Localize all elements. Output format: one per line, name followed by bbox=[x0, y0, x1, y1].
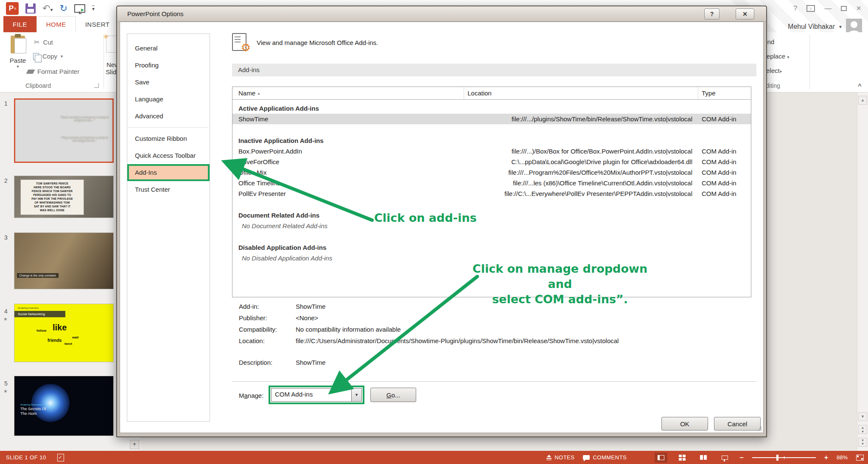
normal-view-button[interactable] bbox=[655, 453, 667, 463]
close-icon[interactable]: × bbox=[856, 3, 861, 13]
nav-proofing[interactable]: Proofing bbox=[127, 57, 210, 74]
undo-button[interactable]: ↶▾ bbox=[42, 4, 53, 13]
zoom-slider-handle[interactable] bbox=[776, 455, 778, 461]
table-row-pollev[interactable]: PollEv Presenter file://C:\...Everywhere… bbox=[232, 188, 751, 199]
slide-3-thumbnail[interactable]: Change is the only constant. bbox=[14, 232, 114, 289]
next-slide-button[interactable]: ▼▼ bbox=[858, 438, 867, 447]
add-ins-page-description: View and manage Microsoft Office Add-ins… bbox=[257, 39, 378, 46]
previous-slide-button[interactable]: ▲▲ bbox=[858, 425, 867, 434]
comments-toggle[interactable]: COMMENTS bbox=[583, 454, 627, 461]
add-ins-page: View and manage Microsoft Office Add-ins… bbox=[215, 27, 763, 431]
user-name: Mehul Vibhakar bbox=[788, 23, 835, 31]
undo-dropdown-icon[interactable]: ▾ bbox=[50, 7, 53, 13]
notes-icon bbox=[546, 455, 552, 460]
dialog-title-bar[interactable]: PowerPoint Options bbox=[117, 6, 766, 22]
user-dropdown-icon[interactable]: ▾ bbox=[839, 24, 842, 30]
slide-5-atom-graphic bbox=[31, 384, 70, 422]
nav-advanced[interactable]: Advanced bbox=[127, 108, 210, 125]
spell-check-icon[interactable] bbox=[57, 454, 64, 461]
status-bar: SLIDE 1 OF 10 NOTES COMMENTS − + 88% bbox=[0, 451, 868, 464]
slide-4-badge: Amazing Invention bbox=[18, 307, 39, 309]
group-header-disabled: Disabled Application Add-ins bbox=[232, 242, 751, 253]
format-painter-button[interactable]: Format Painter bbox=[27, 68, 79, 75]
slide-2-thumbnail[interactable]: TOM SAWYERS FENCEHERE STOOD THE BOARD FE… bbox=[14, 176, 114, 218]
scroll-down-icon[interactable]: ▼ bbox=[858, 412, 867, 421]
zoom-slider[interactable] bbox=[752, 457, 816, 458]
cut-label: Cut bbox=[43, 39, 53, 46]
paste-button[interactable]: Paste ▾ bbox=[7, 36, 29, 86]
slide-2-sign: TOM SAWYERS FENCEHERE STOOD THE BOARD FE… bbox=[20, 179, 84, 215]
column-type[interactable]: Type bbox=[698, 87, 751, 99]
slide-5-title: The Secrets Of The Atom bbox=[20, 407, 46, 416]
copy-button[interactable]: Copy ▾ bbox=[33, 53, 63, 60]
copy-dropdown-icon[interactable]: ▾ bbox=[61, 54, 63, 59]
paste-dropdown-icon[interactable]: ▾ bbox=[7, 64, 29, 69]
table-row-driveforoffice[interactable]: DriveForOffice C:\...ppData\Local\Google… bbox=[232, 157, 751, 167]
nav-language[interactable]: Language bbox=[127, 91, 210, 108]
nav-add-ins[interactable]: Add-Ins bbox=[127, 164, 210, 181]
chevron-down-icon: ▼ bbox=[355, 393, 358, 397]
redo-button[interactable]: ↻ bbox=[59, 4, 67, 13]
slideshow-view-button[interactable] bbox=[718, 453, 731, 463]
cancel-button[interactable]: Cancel bbox=[714, 417, 761, 430]
thumbnails-scroll-down-icon[interactable]: ▼ bbox=[130, 440, 139, 449]
dialog-close-button[interactable]: × bbox=[736, 8, 754, 20]
detail-publisher: Publisher:<None> bbox=[239, 314, 318, 321]
clipboard-group-label: Clipboard bbox=[25, 82, 51, 89]
cut-button[interactable]: ✂ Cut bbox=[34, 38, 53, 46]
collapse-ribbon-icon[interactable]: ^ bbox=[858, 82, 862, 89]
nav-save[interactable]: Save bbox=[127, 74, 210, 91]
reading-view-button[interactable] bbox=[697, 453, 710, 463]
ribbon-display-options-icon[interactable]: ↑ bbox=[806, 5, 815, 12]
minimize-icon[interactable]: — bbox=[824, 4, 832, 13]
nav-trust-center[interactable]: Trust Center bbox=[127, 181, 210, 198]
column-name[interactable]: Name▲ bbox=[232, 87, 464, 99]
slide-1-quote-1: "Work consists of whatever a body is obl… bbox=[59, 116, 110, 122]
select-dropdown-icon[interactable]: ▾ bbox=[780, 69, 782, 74]
resize-grip[interactable] bbox=[757, 426, 762, 431]
dialog-help-button[interactable]: ? bbox=[704, 8, 720, 20]
replace-dropdown-icon[interactable]: ▾ bbox=[787, 55, 789, 59]
zoom-percentage[interactable]: 88% bbox=[837, 454, 848, 461]
vertical-scrollbar[interactable]: ▲ ▼ ▲▲ ▼▼ bbox=[857, 92, 868, 451]
column-location[interactable]: Location bbox=[464, 87, 698, 99]
nav-quick-access-toolbar[interactable]: Quick Access Toolbar bbox=[127, 147, 210, 164]
slide-5-thumbnail[interactable]: Amazing Discovery The Secrets Of The Ato… bbox=[14, 376, 114, 436]
restore-icon[interactable] bbox=[841, 6, 847, 11]
tab-file[interactable]: FILE bbox=[3, 16, 36, 32]
notes-toggle[interactable]: NOTES bbox=[546, 454, 574, 461]
powerpoint-app-icon[interactable]: P≡ bbox=[6, 2, 19, 15]
table-row-office-mix[interactable]: Office Mix file:///...Program%20Files/Of… bbox=[232, 167, 751, 178]
table-row-showtime[interactable]: ShowTime file:///.../plugins/ShowTime/bi… bbox=[232, 114, 751, 124]
manage-dropdown-highlight: COM Add-ins ▼ bbox=[269, 386, 364, 404]
dialog-title: PowerPoint Options bbox=[127, 10, 184, 17]
nav-customize-ribbon[interactable]: Customize Ribbon bbox=[127, 130, 210, 147]
nav-general[interactable]: General bbox=[127, 40, 210, 57]
scroll-up-icon[interactable]: ▲ bbox=[858, 96, 867, 105]
table-row-office-timeline[interactable]: Office Timeline file:///...les (x86)\Off… bbox=[232, 178, 751, 188]
empty-document-related: No Document Related Add-ins bbox=[232, 221, 751, 231]
customize-qat-icon[interactable]: ▾ bbox=[92, 6, 95, 12]
slide-1-number: 1 bbox=[4, 100, 8, 107]
slide-4-wordcloud: follow like friends wall tweet bbox=[35, 319, 90, 349]
zoom-in-icon[interactable]: + bbox=[824, 454, 828, 461]
start-slideshow-icon[interactable] bbox=[74, 4, 85, 13]
tab-insert[interactable]: INSERT bbox=[76, 16, 119, 32]
clipboard-dialog-launcher-icon[interactable] bbox=[94, 83, 99, 88]
go-button[interactable]: Go... bbox=[370, 388, 416, 402]
help-icon[interactable]: ? bbox=[793, 4, 797, 13]
manage-dropdown-arrow[interactable]: ▼ bbox=[351, 389, 361, 401]
zoom-out-icon[interactable]: − bbox=[739, 454, 743, 461]
table-row-box[interactable]: Box.PowerPoint.AddIn file:///...)/Box/Bo… bbox=[232, 146, 751, 157]
slide-sorter-view-button[interactable] bbox=[676, 453, 689, 463]
ok-button[interactable]: OK bbox=[661, 417, 708, 430]
copy-label: Copy bbox=[42, 53, 57, 60]
manage-dropdown[interactable]: COM Add-ins ▼ bbox=[271, 388, 362, 402]
slide-counter[interactable]: SLIDE 1 OF 10 bbox=[6, 454, 46, 461]
save-icon[interactable] bbox=[25, 3, 36, 14]
slide-4-thumbnail[interactable]: Amazing Invention Social Networking foll… bbox=[14, 304, 114, 362]
fit-slide-to-window-icon[interactable] bbox=[856, 455, 864, 461]
group-header-active: Active Application Add-ins bbox=[232, 103, 751, 114]
tab-home[interactable]: HOME bbox=[36, 16, 76, 32]
slide-1-thumbnail[interactable]: "Work consists of whatever a body is obl… bbox=[14, 98, 114, 163]
